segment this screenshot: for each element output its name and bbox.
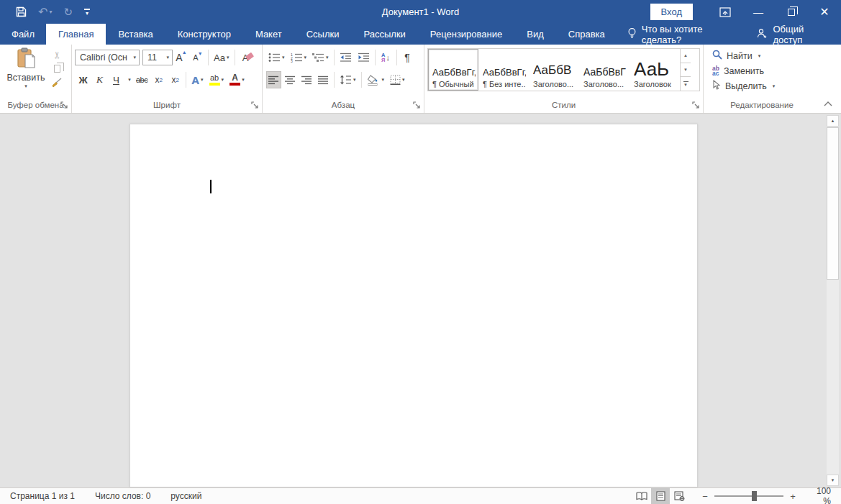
title-bar: ↶▾ ↻ ▾ Документ1 - Word Вход — ✕ xyxy=(0,0,841,24)
ribbon-display-options-icon[interactable] xyxy=(709,0,742,24)
font-dialog-launcher-icon[interactable] xyxy=(251,101,260,110)
style-heading2[interactable]: АаБбВвГ Заголово... xyxy=(579,49,629,91)
text-effects-button[interactable]: А▾ xyxy=(189,71,205,88)
paste-button[interactable]: Вставить ▾ xyxy=(7,47,45,99)
borders-button[interactable]: ▾ xyxy=(388,71,407,88)
clipboard-dialog-launcher-icon[interactable] xyxy=(60,101,70,110)
paste-dropdown-icon[interactable]: ▾ xyxy=(24,83,27,89)
style-no-spacing[interactable]: АаБбВвГг, ¶ Без инте... xyxy=(478,49,529,91)
replace-button[interactable]: abac Заменить xyxy=(706,63,817,78)
text-highlight-button[interactable]: ab▾ xyxy=(207,71,227,88)
zoom-out-icon[interactable]: − xyxy=(699,491,712,502)
tab-mailings[interactable]: Рассылки xyxy=(351,24,417,45)
styles-gallery-scrollbar: ▲ ▼ ▼ xyxy=(680,49,691,91)
redo-icon[interactable]: ↻ xyxy=(58,3,78,22)
shading-button[interactable]: ▾ xyxy=(365,71,387,88)
clear-formatting-button[interactable]: А xyxy=(238,49,253,66)
style-normal[interactable]: АаБбВвГг, ¶ Обычный xyxy=(428,49,478,91)
style-title[interactable]: АаЬ Заголовок xyxy=(629,49,680,91)
select-button[interactable]: Выделить ▾ xyxy=(706,78,817,93)
tab-view[interactable]: Вид xyxy=(514,24,556,45)
font-color-button[interactable]: А▾ xyxy=(227,71,247,88)
tell-me-box[interactable]: Что вы хотите сделать? xyxy=(617,24,746,45)
text-cursor xyxy=(210,180,212,193)
customize-qat-icon[interactable]: ▾ xyxy=(78,3,96,22)
vertical-scrollbar[interactable]: ▲ ▼ xyxy=(827,115,839,486)
styles-group-label: Стили xyxy=(424,99,703,113)
justify-button[interactable] xyxy=(316,71,331,88)
tab-review[interactable]: Рецензирование xyxy=(418,24,514,45)
select-cursor-icon xyxy=(712,80,721,92)
print-layout-icon[interactable] xyxy=(651,488,670,504)
web-layout-icon[interactable] xyxy=(670,488,688,504)
read-mode-icon[interactable] xyxy=(632,488,651,504)
styles-more-icon[interactable]: ▼ xyxy=(681,77,691,91)
zoom-slider-track[interactable] xyxy=(714,495,783,497)
tab-file[interactable]: Файл xyxy=(0,24,46,45)
tab-insert[interactable]: Вставка xyxy=(106,24,165,45)
multilevel-list-button[interactable]: ▾ xyxy=(310,49,331,66)
subscript-button[interactable]: х2 xyxy=(151,71,166,88)
change-case-button[interactable]: Аа▾ xyxy=(212,49,232,66)
font-name-combobox[interactable]: Calibri (Осн ▾ xyxy=(75,50,140,65)
copy-icon[interactable] xyxy=(50,63,65,75)
increase-indent-button[interactable] xyxy=(355,49,372,66)
tab-references[interactable]: Ссылки xyxy=(294,24,352,45)
sort-button[interactable]: АЯ ↓ xyxy=(378,49,394,66)
underline-dropdown-icon[interactable]: ▾ xyxy=(125,71,132,88)
styles-scroll-down-icon[interactable]: ▼ xyxy=(681,63,691,78)
replace-label: Заменить xyxy=(724,66,764,76)
bullets-button[interactable]: ▾ xyxy=(266,49,287,66)
scroll-up-icon[interactable]: ▲ xyxy=(827,115,839,127)
zoom-percentage[interactable]: 100 % xyxy=(806,486,841,504)
show-marks-button[interactable]: ¶ xyxy=(400,49,415,66)
superscript-button[interactable]: х2 xyxy=(168,71,183,88)
tab-help[interactable]: Справка xyxy=(556,24,617,45)
zoom-slider-thumb[interactable] xyxy=(752,491,757,501)
close-button[interactable]: ✕ xyxy=(808,0,841,24)
align-center-button[interactable] xyxy=(283,71,298,88)
tab-design[interactable]: Конструктор xyxy=(165,24,243,45)
grow-font-button[interactable]: А▲ xyxy=(173,49,188,66)
save-icon[interactable] xyxy=(10,3,32,22)
tab-layout[interactable]: Макет xyxy=(243,24,294,45)
scroll-down-icon[interactable]: ▼ xyxy=(827,475,839,486)
zoom-in-icon[interactable]: + xyxy=(786,491,799,502)
svg-text:3: 3 xyxy=(291,59,293,63)
cut-icon[interactable]: ✂ xyxy=(50,49,65,61)
collapse-ribbon-icon[interactable] xyxy=(824,98,832,109)
page-count[interactable]: Страница 1 из 1 xyxy=(0,491,85,501)
strikethrough-button[interactable]: abc xyxy=(134,71,150,88)
find-button[interactable]: Найти ▾ xyxy=(706,48,817,63)
ribbon-tab-row: Файл Главная Вставка Конструктор Макет С… xyxy=(0,24,841,45)
italic-button[interactable]: К xyxy=(92,71,107,88)
restore-button[interactable] xyxy=(775,0,808,24)
decrease-indent-button[interactable] xyxy=(337,49,354,66)
line-spacing-button[interactable]: ▾ xyxy=(337,71,358,88)
tell-me-label: Что вы хотите сделать? xyxy=(642,24,736,45)
align-left-button[interactable] xyxy=(266,71,281,88)
share-button[interactable]: Общий доступ xyxy=(745,24,841,45)
sign-in-button[interactable]: Вход xyxy=(650,4,693,20)
bold-button[interactable]: Ж xyxy=(76,71,91,88)
shrink-font-button[interactable]: А▼ xyxy=(190,49,205,66)
word-count[interactable]: Число слов: 0 xyxy=(85,491,160,501)
select-label: Выделить xyxy=(725,81,767,91)
numbering-button[interactable]: 123 ▾ xyxy=(288,49,309,66)
minimize-button[interactable]: — xyxy=(742,0,775,24)
language-indicator[interactable]: русский xyxy=(160,491,212,501)
scrollbar-thumb[interactable] xyxy=(827,127,839,280)
underline-button[interactable]: Ч xyxy=(109,71,124,88)
styles-scroll-up-icon[interactable]: ▲ xyxy=(681,49,691,63)
styles-dialog-launcher-icon[interactable] xyxy=(692,101,701,110)
find-label: Найти xyxy=(727,51,753,61)
paragraph-dialog-launcher-icon[interactable] xyxy=(413,101,422,110)
document-page[interactable] xyxy=(129,124,698,487)
format-painter-icon[interactable] xyxy=(50,76,65,88)
undo-icon[interactable]: ↶▾ xyxy=(32,3,58,22)
group-editing: Найти ▾ abac Заменить Выделить ▾ Редакти… xyxy=(704,45,820,113)
align-right-button[interactable] xyxy=(299,71,314,88)
font-size-combobox[interactable]: 11 ▾ xyxy=(142,50,173,65)
style-heading1[interactable]: АаБбВ Заголово... xyxy=(529,49,579,91)
tab-home[interactable]: Главная xyxy=(46,24,106,45)
